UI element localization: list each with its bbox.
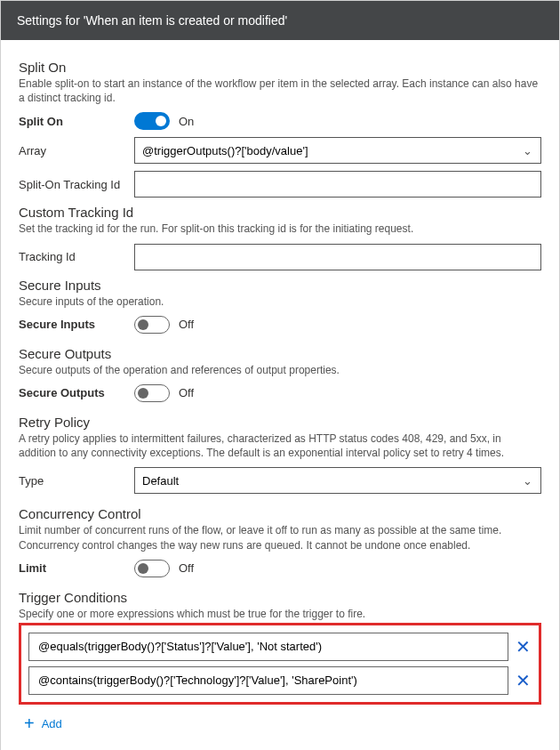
array-row: Array ⌄ bbox=[19, 137, 541, 164]
array-label: Array bbox=[19, 144, 134, 157]
trackingid-label: Tracking Id bbox=[19, 250, 134, 263]
secureoutputs-state: Off bbox=[179, 386, 194, 399]
close-icon[interactable]: ✕ bbox=[514, 636, 532, 657]
spliton-tracking-row: Split-On Tracking Id bbox=[19, 171, 541, 198]
spliton-desc: Enable split-on to start an instance of … bbox=[19, 77, 541, 105]
close-icon[interactable]: ✕ bbox=[514, 670, 532, 691]
secureoutputs-label: Secure Outputs bbox=[19, 386, 134, 399]
concurrency-toggle-wrap: Off bbox=[134, 560, 194, 577]
concurrency-toggle[interactable] bbox=[134, 560, 170, 577]
retry-type-select[interactable] bbox=[134, 467, 541, 494]
spliton-toggle-wrap: On bbox=[134, 112, 194, 130]
customtracking-title: Custom Tracking Id bbox=[19, 205, 541, 220]
spliton-title: Split On bbox=[19, 60, 541, 75]
array-select-wrap: ⌄ bbox=[134, 137, 541, 164]
retry-desc: A retry policy applies to intermittent f… bbox=[19, 431, 541, 460]
spliton-state: On bbox=[179, 115, 194, 128]
spliton-row: Split On On bbox=[19, 112, 541, 130]
secureinputs-label: Secure Inputs bbox=[19, 318, 134, 331]
secureoutputs-title: Secure Outputs bbox=[19, 346, 541, 361]
secureoutputs-toggle[interactable] bbox=[134, 384, 170, 402]
add-condition-button[interactable]: + Add bbox=[24, 714, 541, 734]
trackingid-row: Tracking Id bbox=[19, 244, 541, 270]
trigger-condition-input[interactable] bbox=[28, 666, 508, 695]
trigger-condition-row: ✕ bbox=[28, 666, 532, 695]
trigger-condition-input[interactable] bbox=[28, 633, 508, 661]
secureinputs-state: Off bbox=[179, 318, 194, 331]
panel-header: Settings for 'When an item is created or… bbox=[1, 1, 559, 40]
trackingid-input[interactable] bbox=[134, 244, 541, 270]
spliton-tracking-label: Split-On Tracking Id bbox=[19, 178, 134, 191]
settings-panel: Settings for 'When an item is created or… bbox=[0, 0, 560, 750]
concurrency-desc: Limit number of concurrent runs of the f… bbox=[19, 523, 541, 552]
panel-title: Settings for 'When an item is created or… bbox=[17, 13, 287, 28]
add-label: Add bbox=[42, 717, 62, 730]
retry-title: Retry Policy bbox=[19, 415, 541, 430]
secureinputs-toggle-wrap: Off bbox=[134, 316, 194, 334]
retry-type-select-wrap: ⌄ bbox=[134, 467, 541, 494]
array-select[interactable] bbox=[134, 137, 541, 164]
secureinputs-row: Secure Inputs Off bbox=[19, 316, 541, 334]
spliton-tracking-input[interactable] bbox=[134, 171, 541, 198]
secureinputs-toggle[interactable] bbox=[134, 316, 170, 334]
spliton-toggle[interactable] bbox=[134, 112, 170, 130]
trigger-condition-row: ✕ bbox=[28, 633, 532, 661]
spliton-label: Split On bbox=[19, 115, 134, 128]
customtracking-desc: Set the tracking id for the run. For spl… bbox=[19, 222, 541, 236]
concurrency-label: Limit bbox=[19, 561, 134, 575]
triggerconditions-highlight: ✕ ✕ bbox=[19, 623, 541, 705]
secureinputs-desc: Secure inputs of the operation. bbox=[19, 294, 541, 309]
secureoutputs-row: Secure Outputs Off bbox=[19, 384, 541, 402]
secureoutputs-toggle-wrap: Off bbox=[134, 384, 194, 402]
triggerconditions-title: Trigger Conditions bbox=[19, 590, 541, 605]
plus-icon: + bbox=[24, 714, 35, 734]
triggerconditions-desc: Specify one or more expressions which mu… bbox=[19, 607, 541, 621]
retry-type-label: Type bbox=[19, 474, 134, 488]
panel-content: Split On Enable split-on to start an ins… bbox=[1, 40, 559, 750]
retry-type-row: Type ⌄ bbox=[19, 467, 541, 494]
concurrency-title: Concurrency Control bbox=[19, 506, 541, 521]
secureinputs-title: Secure Inputs bbox=[19, 278, 541, 293]
concurrency-state: Off bbox=[179, 561, 194, 575]
concurrency-row: Limit Off bbox=[19, 560, 541, 577]
secureoutputs-desc: Secure outputs of the operation and refe… bbox=[19, 363, 541, 377]
